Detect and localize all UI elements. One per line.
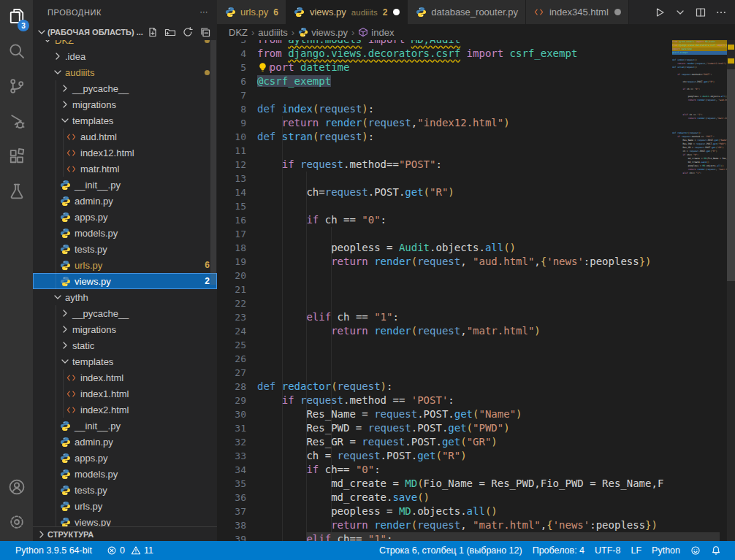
code-line-35[interactable]: 35 md_create = MD(Fio_Name = Res_PWD,Fio… — [217, 477, 735, 491]
tree-item-DKZ[interactable]: DKZ — [33, 40, 217, 48]
line-number[interactable]: 35 — [217, 477, 246, 491]
line-number[interactable]: 26 — [217, 352, 246, 366]
run-python-file-button[interactable] — [652, 4, 668, 20]
line-number[interactable]: 9 — [217, 116, 246, 130]
line-number[interactable]: 19 — [217, 255, 246, 269]
code-line-36[interactable]: 36 md_create.save() — [217, 491, 735, 505]
run-dropdown[interactable] — [672, 4, 688, 20]
activitybar-account[interactable] — [0, 471, 33, 506]
file-tree[interactable]: DKZ.ideaaudiiits__pycache__migrationstem… — [33, 40, 217, 527]
tree-item-models.py[interactable]: models.py — [33, 225, 217, 241]
code-line-18[interactable]: 18 peopless = Audit.objects.all() — [217, 241, 735, 255]
status-indentation[interactable]: Пробелов: 4 — [528, 545, 590, 556]
code-line-13[interactable]: 13 — [217, 172, 735, 185]
line-number[interactable]: 7 — [217, 88, 246, 102]
activitybar-search[interactable] — [0, 35, 33, 70]
tree-item-aud.html[interactable]: aud.html — [33, 129, 217, 145]
tree-item-tests.py[interactable]: tests.py — [33, 482, 217, 498]
tree-item-admin.py[interactable]: admin.py — [33, 193, 217, 209]
line-number[interactable]: 23 — [217, 310, 246, 324]
line-number[interactable]: 8 — [217, 102, 246, 116]
code-line-7[interactable]: 7 — [217, 88, 735, 102]
code-line-31[interactable]: 31 Res_PWD = request.POST.get("PWD") — [217, 421, 735, 435]
code-line-20[interactable]: 20 — [217, 269, 735, 283]
line-number[interactable]: 24 — [217, 324, 246, 338]
status-feedback[interactable] — [685, 545, 706, 556]
code-line-3[interactable]: 3from aythh.models import MD,Audit — [217, 40, 735, 47]
status-problems[interactable]: 0 11 — [102, 541, 159, 560]
breadcrumb-item-views.py[interactable]: views.py — [298, 27, 348, 38]
line-number[interactable]: 38 — [217, 518, 246, 532]
tree-item-views.py[interactable]: views.py — [33, 514, 217, 527]
line-number[interactable]: 28 — [217, 380, 246, 394]
code-line-17[interactable]: 17 — [217, 227, 735, 241]
tree-item-urls.py[interactable]: urls.py — [33, 498, 217, 514]
code-line-4[interactable]: 4from django.views.decorators.csrf impor… — [217, 47, 735, 61]
status-python-version[interactable]: Python 3.9.5 64-bit — [10, 541, 97, 560]
code-line-5[interactable]: 5import datetime — [217, 61, 735, 74]
code-line-37[interactable]: 37 peopless = MD.objects.all() — [217, 505, 735, 518]
tab-dirty-dot[interactable] — [393, 9, 400, 15]
line-number[interactable]: 11 — [217, 144, 246, 158]
line-number[interactable]: 12 — [217, 158, 246, 172]
editor-scrollbar-thumb[interactable] — [727, 69, 735, 281]
code-line-11[interactable]: 11 — [217, 144, 735, 158]
line-number[interactable]: 4 — [217, 47, 246, 61]
tree-item-audiiits[interactable]: audiiits — [33, 64, 217, 80]
code-line-9[interactable]: 9 return render(request,"index12.html") — [217, 116, 735, 130]
line-number[interactable]: 29 — [217, 394, 246, 407]
tree-item-urls.py[interactable]: urls.py6 — [33, 257, 217, 273]
code-line-6[interactable]: 6@csrf_exempt — [217, 74, 735, 88]
code-editor[interactable]: 3from aythh.models import MD,Audit4from … — [217, 40, 735, 541]
breadcrumb-item-DKZ[interactable]: DKZ — [229, 27, 248, 38]
split-editor-button[interactable] — [693, 4, 709, 20]
lightbulb-icon[interactable] — [256, 61, 269, 74]
tree-item-apps.py[interactable]: apps.py — [33, 209, 217, 225]
sidebar-scrollbar[interactable] — [210, 40, 216, 285]
tree-item-models.py[interactable]: models.py — [33, 466, 217, 482]
code-line-27[interactable]: 27 — [217, 366, 735, 380]
tree-item-.idea[interactable]: .idea — [33, 48, 217, 64]
code-line-26[interactable]: 26 — [217, 352, 735, 366]
activitybar-settings[interactable] — [0, 506, 33, 541]
activitybar-source-control[interactable] — [0, 70, 33, 105]
tree-item-matr.html[interactable]: matr.html — [33, 161, 217, 177]
code-line-14[interactable]: 14 ch=request.POST.get("R") — [217, 185, 735, 199]
status-notifications[interactable] — [706, 545, 726, 556]
line-number[interactable]: 36 — [217, 491, 246, 505]
code-line-8[interactable]: 8def index(request): — [217, 102, 735, 116]
code-line-29[interactable]: 29 if request.method == 'POST': — [217, 394, 735, 407]
code-line-28[interactable]: 28def redactor(request): — [217, 380, 735, 394]
line-number[interactable]: 37 — [217, 505, 246, 518]
line-number[interactable]: 22 — [217, 296, 246, 310]
breadcrumb-item-audiiits[interactable]: audiiits — [258, 27, 287, 38]
code-line-23[interactable]: 23 elif ch == "1": — [217, 310, 735, 324]
tree-item-templates[interactable]: templates — [33, 112, 217, 129]
tree-item-tests.py[interactable]: tests.py — [33, 241, 217, 257]
line-number[interactable]: 25 — [217, 338, 246, 352]
line-number[interactable]: 34 — [217, 463, 246, 477]
tree-item-views.py[interactable]: views.py2 — [33, 273, 217, 289]
code-line-32[interactable]: 32 Res_GR = request.POST.get("GR") — [217, 435, 735, 449]
tree-item-migrations[interactable]: migrations — [33, 96, 217, 112]
line-number[interactable]: 32 — [217, 435, 246, 449]
line-number[interactable]: 21 — [217, 283, 246, 296]
line-number[interactable]: 6 — [217, 74, 246, 88]
activitybar-testing[interactable] — [0, 175, 33, 210]
refresh-icon[interactable] — [180, 25, 195, 39]
tab-views.py[interactable]: views.pyaudiiits2 — [286, 0, 408, 24]
code-line-19[interactable]: 19 return render(request, "aud.html",{'n… — [217, 255, 735, 269]
tree-item-__init__.py[interactable]: __init__.py — [33, 418, 217, 434]
line-number[interactable]: 17 — [217, 227, 246, 241]
line-number[interactable]: 30 — [217, 407, 246, 421]
tree-item-templates[interactable]: templates — [33, 353, 217, 369]
code-line-12[interactable]: 12 if request.method=="POST": — [217, 158, 735, 172]
tree-item-__pycache__[interactable]: __pycache__ — [33, 80, 217, 96]
tab-dirty-dot[interactable] — [614, 9, 621, 15]
line-number[interactable]: 15 — [217, 199, 246, 213]
code-line-21[interactable]: 21 — [217, 283, 735, 296]
tab-urls.py[interactable]: urls.py6 — [217, 0, 286, 24]
code-line-38[interactable]: 38 return render(request, "matr.html",{'… — [217, 518, 735, 532]
tree-item-index.html[interactable]: index.html — [33, 369, 217, 386]
code-line-16[interactable]: 16 if ch == "0": — [217, 213, 735, 227]
